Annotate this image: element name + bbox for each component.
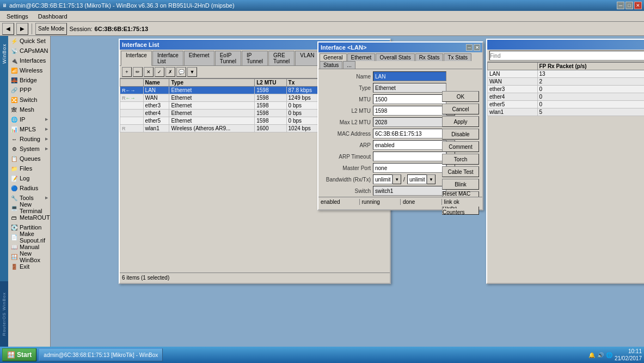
disable-button[interactable]: ✗ xyxy=(165,67,175,77)
sidebar-item-newwinbox[interactable]: 🪟 New WinBox xyxy=(8,252,50,262)
sidebar-item-routing[interactable]: ↔ Routing xyxy=(8,134,50,144)
tab-eoip-tunnel[interactable]: EoIP Tunnel xyxy=(215,51,241,65)
dtab-ethernet[interactable]: Ethernet xyxy=(347,53,376,61)
bandwidth-tx-dropdown-btn[interactable]: ▼ xyxy=(427,174,436,184)
mac-input[interactable] xyxy=(373,129,446,138)
form-row-type: Type xyxy=(322,83,436,93)
sidebar-item-log[interactable]: 📝 Log xyxy=(8,173,50,183)
bandwidth-tx-input[interactable] xyxy=(407,174,427,184)
enable-button[interactable]: ✓ xyxy=(155,67,164,77)
row-name: ether5 xyxy=(143,117,169,125)
arptimeout-input[interactable] xyxy=(373,152,446,161)
menu-dashboard[interactable]: Dashboard xyxy=(34,12,72,21)
row-l2mtu: 1598 xyxy=(255,110,286,117)
forward-button[interactable]: ▶ xyxy=(16,23,28,35)
mtu-label: MTU xyxy=(322,96,371,102)
sidebar-label-mpls: MPLS xyxy=(20,126,36,132)
col-name[interactable]: Name xyxy=(143,79,169,87)
col-l2mtu[interactable]: L2 MTU xyxy=(255,79,286,87)
radius-icon: 🔵 xyxy=(10,184,18,192)
masterport-input[interactable] xyxy=(373,163,446,173)
sidebar-item-wireless[interactable]: 📶 Wireless xyxy=(8,65,50,75)
l2mtu-input[interactable] xyxy=(373,106,446,116)
start-button[interactable]: 🪟 Start xyxy=(2,348,36,361)
sidebar-item-queues[interactable]: 📋 Queues xyxy=(8,154,50,164)
fp-table-row[interactable]: ether3 0 xyxy=(488,86,645,93)
clock-date: 21/02/2017 xyxy=(615,355,642,362)
taskbar-item-winbox[interactable]: admin@6C:38:68:E1:75:13 [MikroTik] - Win… xyxy=(39,348,163,361)
fp-table-row[interactable]: ether5 0 xyxy=(488,101,645,108)
sidebar-item-makesupout[interactable]: 📄 Make Supout.rif xyxy=(8,232,50,242)
menu-settings[interactable]: Settings xyxy=(2,12,33,21)
sidebar-item-bridge[interactable]: 🌉 Bridge xyxy=(8,75,50,85)
start-label: Start xyxy=(17,351,32,359)
fp-table-row[interactable]: wlan1 5 xyxy=(488,108,645,116)
dialog-minimize-btn[interactable]: ─ xyxy=(466,44,473,51)
minimize-button[interactable]: ─ xyxy=(617,2,624,9)
switch-label: Switch xyxy=(322,188,371,194)
add-button[interactable]: + xyxy=(122,67,132,77)
sidebar-item-ppp[interactable]: 🔗 PPP xyxy=(8,85,50,95)
fp-table-row[interactable]: ether4 0 xyxy=(488,93,645,101)
sidebar-item-ip[interactable]: 🌐 IP xyxy=(8,114,50,124)
tab-gre-tunnel[interactable]: GRE Tunnel xyxy=(268,51,295,65)
bandwidth-rx-dropdown-btn[interactable]: ▼ xyxy=(392,174,401,184)
dtab-more[interactable]: ... xyxy=(343,61,355,69)
fp-table-row[interactable]: WAN 2 xyxy=(488,78,645,86)
form-row-bandwidth: Bandwidth (Rx/Tx) ▼ / ▼ xyxy=(322,174,436,184)
find-input[interactable] xyxy=(489,51,644,60)
sidebar-item-newterminal[interactable]: 💻 New Terminal xyxy=(8,203,50,213)
sidebar-label-exit: Exit xyxy=(20,263,29,270)
sidebar-label-radius: Radius xyxy=(20,185,38,191)
filter-button[interactable]: ▼ xyxy=(187,67,197,77)
ok-button[interactable]: OK xyxy=(442,91,479,102)
comment-button[interactable]: Comment xyxy=(442,141,479,152)
remove-button[interactable]: ✕ xyxy=(144,67,154,77)
sidebar-item-capsman[interactable]: 📡 CAPsMAN xyxy=(8,46,50,56)
back-button[interactable]: ◀ xyxy=(2,23,14,35)
sidebar-item-quickset[interactable]: ⚡ Quick Set xyxy=(8,36,50,46)
edit-button[interactable]: ✏ xyxy=(133,67,143,77)
dtab-rx-stats[interactable]: Rx Stats xyxy=(415,53,444,61)
cable-test-button[interactable]: Cable Test xyxy=(442,166,479,177)
col-type[interactable]: Type xyxy=(169,79,255,87)
sidebar-item-mesh[interactable]: 🕸 Mesh xyxy=(8,105,50,114)
dtab-tx-stats[interactable]: Tx Stats xyxy=(444,53,471,61)
sidebar-item-system[interactable]: ⚙ System xyxy=(8,144,50,154)
form-row-arptimeout: ARP Timeout ▼ xyxy=(322,152,436,161)
sidebar-item-mpls[interactable]: 📊 MPLS xyxy=(8,124,50,134)
torch-button[interactable]: Torch xyxy=(442,154,479,165)
name-input[interactable] xyxy=(373,71,446,81)
cancel-button[interactable]: Cancel xyxy=(442,104,479,114)
taskbar-items: admin@6C:38:68:E1:75:13 [MikroTik] - Win… xyxy=(39,348,586,361)
bandwidth-rx-input[interactable] xyxy=(373,174,392,184)
arp-input[interactable] xyxy=(373,140,446,150)
tab-interface-list[interactable]: Interface List xyxy=(152,51,183,65)
dialog-close-btn[interactable]: ✕ xyxy=(474,44,480,51)
tab-ethernet[interactable]: Ethernet xyxy=(184,51,214,65)
quickset-icon: ⚡ xyxy=(10,37,18,45)
mtu-input[interactable] xyxy=(373,94,446,104)
ppp-icon: 🔗 xyxy=(10,86,18,94)
close-button[interactable]: ✕ xyxy=(634,2,642,9)
dtab-status[interactable]: Status xyxy=(320,61,342,69)
sidebar-item-metarouter[interactable]: 🗃 MetaROUTER xyxy=(8,213,50,222)
fp-table-row[interactable]: LAN 13 xyxy=(488,70,645,78)
sidebar-item-switch[interactable]: 🔀 Switch xyxy=(8,95,50,105)
tab-interface[interactable]: Interface xyxy=(121,51,152,66)
apply-button[interactable]: Apply xyxy=(442,116,479,127)
sidebar-item-radius[interactable]: 🔵 Radius xyxy=(8,183,50,193)
disable-button[interactable]: Disable xyxy=(442,129,479,140)
status-link: link ok xyxy=(442,199,483,205)
tab-vlan[interactable]: VLAN xyxy=(295,51,319,65)
dtab-overall-stats[interactable]: Overall Stats xyxy=(376,53,414,61)
comment-button[interactable]: 💬 xyxy=(176,67,186,77)
sidebar-item-interfaces[interactable]: 🔌 Interfaces xyxy=(8,56,50,65)
maximize-button[interactable]: □ xyxy=(625,2,633,9)
fp-table-container[interactable]: FP Rx Packet (p/s) LAN 13 WAN 2 ether3 0… xyxy=(487,62,644,278)
dtab-general[interactable]: General xyxy=(320,53,347,61)
sidebar-item-files[interactable]: 📁 Files xyxy=(8,164,50,173)
blink-button[interactable]: Blink xyxy=(442,179,479,190)
tab-ip-tunnel[interactable]: IP Tunnel xyxy=(242,51,268,65)
safe-mode-button[interactable]: Safe Mode xyxy=(35,23,67,35)
